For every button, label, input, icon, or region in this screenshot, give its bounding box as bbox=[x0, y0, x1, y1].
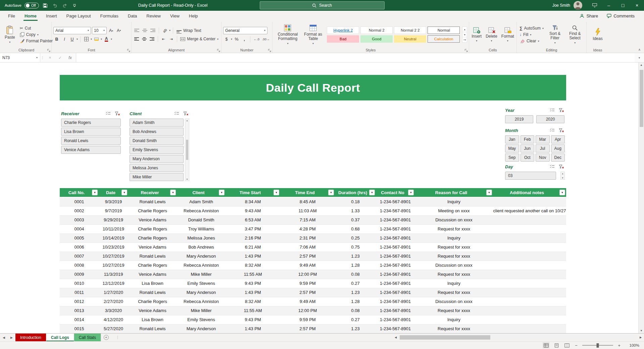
cell-client[interactable]: Emily Stevens bbox=[177, 279, 226, 288]
cell-duration[interactable]: 0.08 bbox=[335, 306, 376, 315]
slicer-item[interactable]: Mike Miller bbox=[130, 173, 184, 181]
cell-time-end[interactable]: 7:06 AM bbox=[280, 243, 335, 252]
avatar[interactable] bbox=[574, 1, 582, 10]
increase-font-size-icon[interactable]: A▴ bbox=[108, 27, 114, 34]
number-dialog-launcher-icon[interactable] bbox=[268, 49, 271, 52]
multiselect-icon[interactable] bbox=[548, 107, 556, 114]
cell-date[interactable]: 11/3/2019 bbox=[99, 270, 128, 279]
slicer-item[interactable]: Jan bbox=[505, 135, 519, 143]
cell-time-start[interactable]: 9:43 AM bbox=[226, 206, 280, 215]
cell-notes[interactable] bbox=[493, 288, 566, 297]
cell-receiver[interactable]: Venice Adams bbox=[128, 306, 177, 315]
scroll-up-icon[interactable]: ▲ bbox=[640, 63, 643, 67]
clear-filter-icon[interactable] bbox=[182, 111, 189, 117]
percent-style-icon[interactable]: % bbox=[233, 36, 240, 43]
formula-bar-expand-icon[interactable]: ▾ bbox=[635, 53, 644, 62]
filter-button[interactable]: ▼ bbox=[328, 190, 334, 195]
cell-notes[interactable] bbox=[493, 215, 566, 224]
slicer-item[interactable]: 2019 bbox=[505, 115, 533, 123]
cell-contact-no[interactable]: 1-234-567-8901 bbox=[376, 252, 415, 261]
cell-duration[interactable]: 1.23 bbox=[335, 288, 376, 297]
cell-contact-no[interactable]: 1-234-567-8901 bbox=[376, 270, 415, 279]
cell-notes[interactable] bbox=[493, 252, 566, 261]
cell-notes[interactable] bbox=[493, 315, 566, 324]
cell-client[interactable]: Mary Anderson bbox=[177, 324, 226, 333]
cell-notes[interactable] bbox=[493, 324, 566, 333]
cell-notes[interactable] bbox=[493, 297, 566, 306]
gallery-up-icon[interactable]: ▲ bbox=[462, 27, 467, 32]
cell-time-end[interactable]: 7:15 AM bbox=[280, 215, 335, 224]
cell-call-no[interactable]: 0005 bbox=[60, 233, 99, 243]
cell-reason[interactable]: Inquiry bbox=[415, 197, 493, 206]
ideas-button[interactable]: Ideas bbox=[591, 27, 604, 42]
collapse-ribbon-icon[interactable]: ∧ bbox=[638, 48, 641, 51]
cell-reason[interactable]: Request for xxxx bbox=[415, 324, 493, 333]
slicer-item[interactable]: Jun bbox=[521, 144, 535, 152]
decrease-font-size-icon[interactable]: A▾ bbox=[115, 27, 122, 34]
conditional-formatting-button[interactable]: Conditional Formatting▾ bbox=[274, 24, 301, 46]
cell-call-no[interactable]: 0006 bbox=[60, 243, 99, 252]
cell-date[interactable]: 9/7/2019 bbox=[99, 206, 128, 215]
cell-notes[interactable] bbox=[493, 270, 566, 279]
increase-decimal-icon[interactable]: ←.0 bbox=[253, 36, 260, 43]
scroll-track[interactable] bbox=[399, 335, 637, 340]
cell-date[interactable]: 1/27/2020 bbox=[99, 288, 128, 297]
cell-receiver[interactable]: Charlie Rogers bbox=[128, 261, 177, 270]
cell-call-no[interactable]: 0004 bbox=[60, 224, 99, 233]
scroll-right-icon[interactable]: ▶ bbox=[638, 336, 643, 339]
multiselect-icon[interactable] bbox=[548, 164, 556, 170]
cell-call-no[interactable]: 0007 bbox=[60, 252, 99, 261]
filter-button[interactable]: ▼ bbox=[274, 190, 279, 195]
sheet-nav-right-icon[interactable]: ▶ bbox=[8, 334, 15, 341]
accounting-format-icon[interactable]: $ bbox=[223, 36, 230, 43]
add-sheet-button[interactable]: + bbox=[101, 334, 111, 341]
sheet-tab-call-stats[interactable]: Call Stats bbox=[74, 334, 101, 341]
name-box[interactable]: N73 ▾ bbox=[0, 53, 40, 62]
merge-center-button[interactable]: Merge & Center▾ bbox=[179, 36, 219, 42]
sheet-nav-left-icon[interactable]: ◀ bbox=[0, 334, 8, 341]
cell-contact-no[interactable]: 1-234-567-8901 bbox=[376, 197, 415, 206]
page-break-view-icon[interactable] bbox=[563, 342, 570, 348]
font-dialog-launcher-icon[interactable] bbox=[127, 49, 130, 52]
cell-call-no[interactable]: 0011 bbox=[60, 288, 99, 297]
cell-reason[interactable]: Request for xxxx bbox=[415, 252, 493, 261]
cell-receiver[interactable]: Ronald Lewis bbox=[128, 324, 177, 333]
cell-call-no[interactable]: 0001 bbox=[60, 197, 99, 206]
gallery-expand-icon[interactable]: ≡▾ bbox=[462, 37, 467, 42]
tab-home[interactable]: Home bbox=[20, 11, 41, 21]
cell-reason[interactable]: Request for xxxx bbox=[415, 243, 493, 252]
cell-call-no[interactable]: 0003 bbox=[60, 215, 99, 224]
cell-client[interactable]: Rebecca Anniston bbox=[177, 261, 226, 270]
slicer-item[interactable]: Aug bbox=[551, 144, 565, 152]
cell-receiver[interactable]: Ronald Lewis bbox=[128, 288, 177, 297]
customize-quick-access-icon[interactable] bbox=[71, 2, 78, 9]
cell-time-start[interactable]: 8:32 AM bbox=[226, 261, 280, 270]
cell-time-start[interactable]: 11:55 AM bbox=[226, 270, 280, 279]
scroll-down-icon[interactable]: ▼ bbox=[640, 329, 643, 332]
cell-time-start[interactable]: 11:55 AM bbox=[226, 306, 280, 315]
sheet-tab-introduction[interactable]: Introduction bbox=[15, 334, 46, 341]
cell-date[interactable]: 12/12/2019 bbox=[99, 279, 128, 288]
cell-receiver[interactable]: Charlie Rogers bbox=[128, 233, 177, 243]
cell-style-hyperlink-2[interactable]: Hyperlink 2 bbox=[327, 27, 359, 34]
paste-button[interactable]: Paste ▾ bbox=[3, 25, 17, 44]
cell-time-start[interactable]: 6:21 AM bbox=[226, 243, 280, 252]
cancel-icon[interactable]: × bbox=[45, 53, 55, 62]
scroll-up-icon[interactable]: ▲ bbox=[186, 119, 188, 122]
cell-date[interactable]: 10/27/2019 bbox=[99, 261, 128, 270]
tab-page-layout[interactable]: Page Layout bbox=[62, 11, 96, 21]
cell-call-no[interactable]: 0012 bbox=[60, 297, 99, 306]
cell-reason[interactable]: Discussion on xxxx bbox=[415, 297, 493, 306]
sort-filter-button[interactable]: Sort & Filter▾ bbox=[545, 24, 565, 45]
filter-button[interactable]: ▼ bbox=[92, 190, 98, 195]
cell-call-no[interactable]: 0013 bbox=[60, 306, 99, 315]
cell-contact-no[interactable]: 1-234-567-8901 bbox=[376, 306, 415, 315]
cell-date[interactable]: 2/27/2020 bbox=[99, 297, 128, 306]
cell-contact-no[interactable]: 1-234-567-8901 bbox=[376, 261, 415, 270]
increase-indent-icon[interactable]: ⇥ bbox=[168, 36, 175, 42]
cell-time-start[interactable]: 8:32 AM bbox=[226, 297, 280, 306]
cell-time-start[interactable]: 9:43 PM bbox=[226, 279, 280, 288]
styles-dialog-launcher-icon[interactable] bbox=[464, 49, 468, 52]
slicer-item[interactable]: Nov bbox=[536, 154, 550, 162]
name-box-resize-handle[interactable]: ⋮ bbox=[40, 53, 45, 62]
